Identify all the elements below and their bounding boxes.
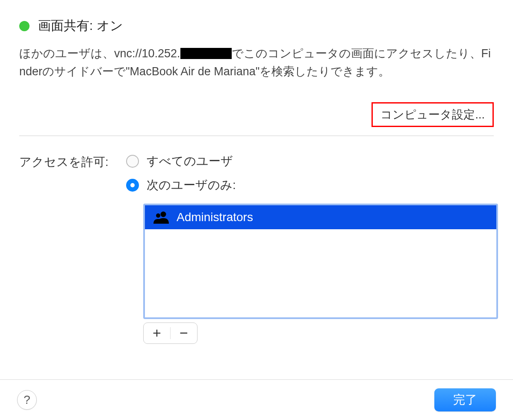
radio-icon[interactable] bbox=[126, 179, 139, 192]
panel-title: 画面共有: オン bbox=[38, 17, 123, 35]
computer-settings-button[interactable]: コンピュータ設定... bbox=[371, 102, 494, 127]
status-header: 画面共有: オン bbox=[19, 17, 494, 35]
access-label: アクセスを許可: bbox=[19, 153, 118, 193]
description-prefix: ほかのユーザは、vnc://10.252. bbox=[19, 47, 180, 60]
help-button[interactable]: ? bbox=[17, 390, 37, 410]
user-list[interactable]: Administrators bbox=[143, 204, 498, 319]
status-indicator-icon bbox=[19, 21, 29, 31]
svg-point-0 bbox=[161, 211, 166, 217]
radio-all-users[interactable]: すべてのユーザ bbox=[126, 153, 494, 169]
access-radio-group: すべてのユーザ 次のユーザのみ: bbox=[126, 153, 494, 193]
divider bbox=[19, 136, 494, 136]
footer: ? 完了 bbox=[0, 379, 513, 411]
add-user-button[interactable]: + bbox=[144, 323, 170, 343]
radio-all-users-label: すべてのユーザ bbox=[147, 153, 233, 169]
users-group-icon bbox=[153, 211, 169, 224]
radio-only-users-label: 次のユーザのみ: bbox=[147, 177, 236, 193]
redacted-ip-icon bbox=[180, 48, 232, 59]
svg-point-1 bbox=[156, 213, 160, 218]
list-item[interactable]: Administrators bbox=[145, 205, 496, 229]
add-remove-control: + − bbox=[143, 322, 198, 344]
remove-user-button[interactable]: − bbox=[171, 323, 197, 343]
radio-icon[interactable] bbox=[126, 155, 139, 168]
done-button[interactable]: 完了 bbox=[434, 388, 496, 411]
user-name: Administrators bbox=[177, 210, 253, 224]
access-description: ほかのユーザは、vnc://10.252.でこのコンピュータの画面にアクセスした… bbox=[19, 45, 494, 81]
radio-only-users[interactable]: 次のユーザのみ: bbox=[126, 177, 494, 193]
